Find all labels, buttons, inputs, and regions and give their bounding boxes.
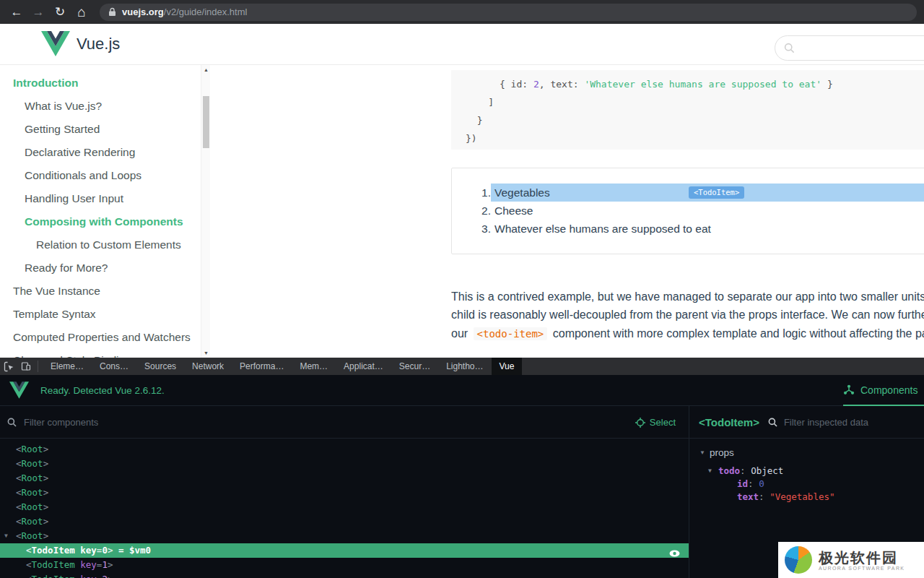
components-icon (843, 384, 855, 395)
devtools-tab-cons[interactable]: Cons… (92, 358, 136, 375)
component-tree-row[interactable]: <Root> (0, 442, 689, 457)
props-entries: ▼todo: Objectid: 0text: "Vegetables" (699, 465, 924, 504)
screen: ← → ↻ ⌂ vuejs.org /v2/guide/index.html V… (0, 0, 924, 578)
component-tree-row[interactable]: <Root> (0, 486, 689, 500)
demo-list: 1.Vegetables<TodoItem>2.Cheese3.Whatever… (471, 184, 924, 238)
todoitem-inspect-badge: <TodoItem> (689, 186, 744, 199)
list-marker: 1. (471, 184, 491, 202)
sidebar-item[interactable]: Getting Started (0, 118, 201, 141)
devtools-tab-secur[interactable]: Secur… (391, 358, 438, 375)
expand-toggle-icon[interactable]: ▼ (4, 529, 8, 543)
doc-main: { id: 2, text: 'Whatever else humans are… (451, 65, 924, 358)
list-item: 1.Vegetables<TodoItem> (471, 184, 924, 202)
demo-output-box: 1.Vegetables<TodoItem>2.Cheese3.Whatever… (451, 168, 924, 254)
filter-inspected-input[interactable] (784, 417, 924, 428)
component-tree-row[interactable]: <Root> (0, 471, 689, 486)
status-text: Ready. Detected Vue 2.6.12. (40, 385, 165, 396)
scrollbar-thumb[interactable] (203, 96, 209, 148)
sidebar-item[interactable]: Template Syntax (0, 303, 201, 326)
sidebar-item[interactable]: Class and Style Bindings (0, 349, 201, 358)
prop-row[interactable]: id: 0 (699, 478, 924, 491)
list-item-text: Cheese (491, 202, 924, 220)
page-content: IntroductionWhat is Vue.js?Getting Start… (0, 65, 924, 358)
sidebar-item[interactable]: Composing with Components (0, 210, 201, 233)
devtools-tab-mem[interactable]: Mem… (292, 358, 336, 375)
devtools-tab-applicat[interactable]: Applicat… (336, 358, 391, 375)
home-icon[interactable]: ⌂ (72, 3, 91, 22)
component-tree-row[interactable]: <TodoItem key=1> (0, 558, 689, 572)
list-item-text: Whatever else humans are supposed to eat (491, 220, 924, 238)
vue-devtools-logo (9, 381, 29, 399)
sidebar-item[interactable]: Handling User Input (0, 187, 201, 210)
component-tree-row[interactable]: <TodoItem key=2> (0, 572, 689, 578)
forward-icon[interactable]: → (29, 3, 48, 22)
scroll-down-icon[interactable]: ▼ (201, 348, 211, 358)
inspect-element-icon[interactable] (0, 358, 17, 375)
code-block: { id: 2, text: 'Whatever else humans are… (451, 70, 924, 150)
lock-icon (108, 7, 116, 17)
watermark-subtitle: AURORA SOFTWARE PARK (819, 566, 905, 571)
devtools-tabs: Eleme…Cons…SourcesNetworkPerforma…Mem…Ap… (43, 358, 522, 375)
url-path: /v2/guide/index.html (164, 7, 248, 17)
filter-components-area: Select (0, 406, 689, 439)
device-toolbar-icon[interactable] (17, 358, 35, 375)
search-icon (768, 418, 777, 427)
code-line: }) (466, 129, 924, 147)
prop-row[interactable]: ▼todo: Object (699, 465, 924, 478)
prop-row[interactable]: text: "Vegetables" (699, 491, 924, 504)
site-title[interactable]: Vue.js (77, 35, 120, 53)
reload-icon[interactable]: ↻ (51, 3, 69, 22)
vue-devtools-filterbar: Select <TodoItem> (0, 406, 924, 439)
devtools-tab-network[interactable]: Network (184, 358, 232, 375)
sidebar-item[interactable]: The Vue Instance (0, 280, 201, 303)
back-icon[interactable]: ← (7, 3, 26, 22)
component-tree-row[interactable]: <Root> (0, 514, 689, 529)
sidebar-item[interactable]: Ready for More? (0, 256, 201, 280)
devtools-tab-sources[interactable]: Sources (136, 358, 184, 375)
sidebar-item[interactable]: What is Vue.js? (0, 95, 201, 118)
props-section-label: props (710, 447, 734, 458)
divider (38, 361, 38, 372)
search-icon (784, 43, 795, 53)
watermark-title: 极光软件园 (819, 550, 905, 566)
component-tree-row[interactable]: <Root> (0, 500, 689, 514)
props-section-header[interactable]: ▼ props (699, 445, 924, 461)
paragraph: This is a contrived example, but we have… (451, 288, 924, 343)
sidebar-scrollbar[interactable]: ▲ ▼ (201, 65, 210, 358)
component-tree-row[interactable]: <TodoItem key=0> = $vm0 (0, 543, 689, 558)
devtools-tab-eleme[interactable]: Eleme… (43, 358, 92, 375)
vue-logo[interactable] (41, 31, 70, 56)
component-tree-row[interactable]: <Root> (0, 457, 689, 471)
list-marker: 2. (471, 202, 491, 220)
devtools-tab-performa[interactable]: Performa… (232, 358, 292, 375)
sidebar-item[interactable]: Relation to Custom Elements (0, 233, 201, 256)
devtools-tabbar: Eleme…Cons…SourcesNetworkPerforma…Mem…Ap… (0, 358, 924, 375)
devtools-tab-vue[interactable]: Vue (492, 358, 523, 375)
vue-devtools-header: Ready. Detected Vue 2.6.12. Components (0, 375, 924, 406)
scroll-up-icon[interactable]: ▲ (201, 65, 211, 74)
filter-components-input[interactable] (24, 417, 635, 428)
devtools-tab-lightho[interactable]: Lightho… (438, 358, 491, 375)
list-item-text: Vegetables<TodoItem> (491, 184, 924, 202)
list-item: 3.Whatever else humans are supposed to e… (471, 220, 924, 238)
sidebar-item[interactable]: Introduction (0, 72, 201, 95)
site-search[interactable] (775, 35, 924, 61)
inline-code: <todo-item> (474, 327, 548, 340)
target-icon (635, 418, 645, 428)
site-search-input[interactable] (801, 43, 924, 54)
inspected-component-area: <TodoItem> (690, 406, 924, 439)
inspected-component-name: <TodoItem> (699, 416, 759, 428)
code-line: } (466, 111, 924, 129)
code-line: ] (466, 93, 924, 111)
select-component-button[interactable]: Select (635, 417, 676, 428)
tab-components[interactable]: Components (843, 375, 924, 406)
collapse-triangle-icon[interactable]: ▼ (708, 465, 712, 478)
select-label: Select (650, 417, 676, 428)
component-tree-row[interactable]: ▼<Root> (0, 529, 689, 543)
sidebar-item[interactable]: Conditionals and Loops (0, 164, 201, 187)
sidebar-item[interactable]: Computed Properties and Watchers (0, 326, 201, 349)
sidebar-item[interactable]: Declarative Rendering (0, 141, 201, 164)
watermark: 极光软件园 AURORA SOFTWARE PARK (778, 542, 924, 578)
url-host: vuejs.org (122, 7, 164, 17)
address-bar[interactable]: vuejs.org /v2/guide/index.html (100, 4, 917, 21)
